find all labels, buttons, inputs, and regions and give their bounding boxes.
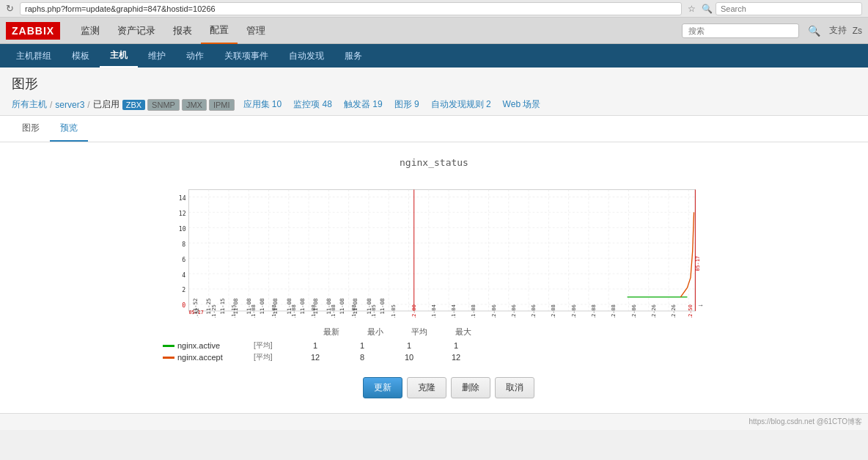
svg-text:11-08: 11-08 (299, 299, 306, 315)
svg-text:05-17: 05-17 (188, 310, 203, 315)
svg-text:4: 4 (182, 271, 185, 279)
sub-nav-related-events[interactable]: 关联项事件 (214, 44, 279, 67)
svg-text:12-06: 12-06 (491, 304, 497, 318)
legend-header-avg: 平均 (397, 326, 441, 337)
user-label[interactable]: Zs (853, 26, 862, 36)
nav-item-monitor[interactable]: 监测 (72, 18, 108, 44)
breadcrumb-sep1: / (50, 100, 52, 110)
legend-min-accept: 8 (340, 353, 384, 362)
nav-item-reports[interactable]: 报表 (164, 18, 201, 44)
legend-avg-label-accept: [平均] (254, 352, 290, 362)
link-app-sets[interactable]: 应用集 10 (243, 98, 282, 111)
svg-text:12-06: 12-06 (571, 304, 577, 318)
svg-text:12-50: 12-50 (688, 304, 694, 318)
link-web-scenarios[interactable]: Web 场景 (503, 98, 541, 111)
svg-text:11-05: 11-05 (371, 304, 377, 318)
svg-text:12-06: 12-06 (631, 304, 637, 318)
svg-text:11-15: 11-15 (219, 299, 226, 315)
main-content: nginx_status 0 2 4 6 8 10 12 14 (0, 142, 868, 413)
footer-text: https://blog.csdn.net @61CTO博客 (749, 417, 862, 426)
top-nav-right: 🔍 支持 Zs (682, 22, 862, 40)
sub-nav-host-groups[interactable]: 主机群组 (6, 44, 62, 67)
bookmark-icon[interactable]: ☆ (688, 4, 696, 14)
link-graphs[interactable]: 图形 9 (394, 98, 419, 111)
zabbix-logo[interactable]: ZABBIX (6, 22, 60, 40)
clone-button[interactable]: 克隆 (407, 377, 446, 398)
legend-header-latest: 最新 (309, 326, 353, 337)
top-search-input[interactable] (682, 23, 799, 38)
breadcrumb-enabled: 已启用 (93, 98, 119, 111)
tag-jmx[interactable]: JMX (182, 99, 207, 111)
svg-text:11-08: 11-08 (379, 299, 386, 315)
legend-row-accept: nginx.accept [平均] 12 8 10 12 (163, 352, 735, 362)
svg-text:12-06: 12-06 (511, 304, 517, 318)
svg-text:11-05: 11-05 (391, 304, 397, 318)
breadcrumb-links: 应用集 10 监控项 48 触发器 19 图形 9 自动发现规则 2 Web 场… (243, 98, 541, 111)
link-discovery-rules[interactable]: 自动发现规则 2 (431, 98, 491, 111)
sub-nav-discovery[interactable]: 自动发现 (279, 44, 334, 67)
svg-text:10: 10 (179, 225, 186, 233)
support-link[interactable]: 支持 (829, 24, 847, 37)
svg-text:11-04: 11-04 (431, 304, 437, 318)
legend-color-active (163, 345, 174, 347)
svg-text:11-04: 11-04 (451, 304, 457, 318)
legend-name-active: nginx.active (177, 341, 251, 350)
url-bar[interactable] (20, 2, 682, 15)
tag-snmp[interactable]: SNMP (147, 99, 180, 111)
svg-text:11-08: 11-08 (311, 304, 317, 318)
sub-nav-maintenance[interactable]: 维护 (138, 44, 176, 67)
legend-name-accept: nginx.accept (177, 353, 251, 362)
chart-container: nginx_status 0 2 4 6 8 10 12 14 (12, 151, 856, 404)
browser-search-input[interactable] (716, 2, 862, 15)
breadcrumb-sep2: / (87, 100, 89, 110)
update-button[interactable]: 更新 (363, 377, 402, 398)
link-monitors[interactable]: 监控项 48 (293, 98, 332, 111)
legend-headers: 最新 最小 平均 最大 (163, 326, 735, 337)
svg-text:11-15: 11-15 (231, 304, 237, 318)
svg-text:→: → (697, 302, 704, 309)
svg-text:11-08: 11-08 (251, 304, 257, 318)
svg-text:12-08: 12-08 (551, 304, 556, 318)
svg-text:12-00: 12-00 (411, 304, 417, 318)
tab-graph[interactable]: 图形 (12, 116, 50, 142)
svg-text:11-08: 11-08 (271, 304, 277, 318)
breadcrumb-server3[interactable]: server3 (55, 100, 84, 110)
cancel-button[interactable]: 取消 (495, 377, 534, 398)
chart-legend: 最新 最小 平均 最大 nginx.active [平均] 1 1 1 1 ng… (133, 326, 735, 362)
svg-rect-8 (188, 189, 695, 310)
tag-ipmi[interactable]: IPMI (209, 99, 235, 111)
breadcrumb-tags: ZBX SNMP JMX IPMI (122, 99, 235, 111)
legend-header-min: 最小 (353, 326, 397, 337)
nav-item-config[interactable]: 配置 (201, 18, 238, 44)
legend-max-active: 1 (434, 341, 478, 350)
page-footer: https://blog.csdn.net @61CTO博客 (0, 413, 868, 430)
delete-button[interactable]: 删除 (451, 377, 490, 398)
search-icon-nav[interactable]: 🔍 (805, 22, 823, 40)
sub-nav: 主机群组 模板 主机 维护 动作 关联项事件 自动发现 服务 (0, 44, 868, 67)
sub-nav-actions[interactable]: 动作 (176, 44, 214, 67)
tab-preview[interactable]: 预览 (50, 116, 88, 142)
reload-icon[interactable]: ↻ (6, 3, 14, 14)
link-triggers[interactable]: 触发器 19 (344, 98, 383, 111)
svg-text:05-17: 05-17 (695, 256, 701, 271)
breadcrumb-all-hosts[interactable]: 所有主机 (12, 98, 47, 111)
svg-text:12-08: 12-08 (611, 304, 617, 318)
legend-avg-label-active: [平均] (254, 340, 290, 351)
chart-title: nginx_status (400, 157, 468, 168)
legend-avg-accept: 10 (387, 353, 431, 362)
search-icon-browser: 🔍 (702, 4, 713, 14)
legend-avg-active: 1 (387, 341, 431, 350)
sub-nav-templates[interactable]: 模板 (62, 44, 100, 67)
sub-nav-services[interactable]: 服务 (334, 44, 372, 67)
sub-nav-hosts[interactable]: 主机 (100, 44, 138, 67)
svg-text:8: 8 (182, 241, 185, 248)
tag-zbx[interactable]: ZBX (122, 100, 145, 110)
nav-item-admin[interactable]: 管理 (238, 18, 274, 44)
svg-text:6: 6 (182, 256, 185, 263)
legend-header-max: 最大 (441, 326, 485, 337)
svg-text:11-08: 11-08 (351, 304, 357, 318)
svg-text:12-26: 12-26 (671, 304, 677, 318)
action-buttons: 更新 克隆 删除 取消 (334, 377, 534, 398)
nav-item-assets[interactable]: 资产记录 (108, 18, 164, 44)
svg-text:11-08: 11-08 (471, 304, 477, 318)
